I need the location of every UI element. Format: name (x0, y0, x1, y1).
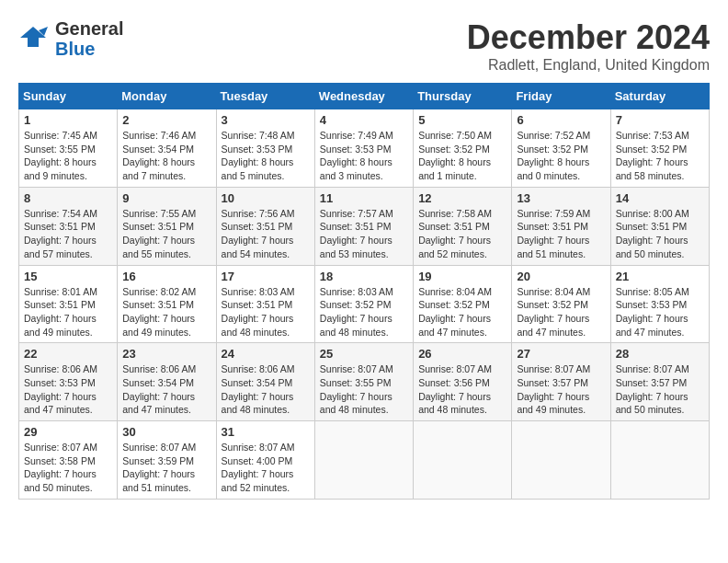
calendar-cell: 20Sunrise: 8:04 AM Sunset: 3:52 PM Dayli… (512, 265, 610, 343)
calendar-cell: 10Sunrise: 7:56 AM Sunset: 3:51 PM Dayli… (216, 187, 314, 265)
day-info: Sunrise: 8:07 AM Sunset: 3:56 PM Dayligh… (418, 362, 506, 417)
title-area: December 2024 Radlett, England, United K… (467, 18, 710, 74)
week-row-5: 29Sunrise: 8:07 AM Sunset: 3:58 PM Dayli… (19, 421, 710, 500)
day-number: 26 (418, 347, 506, 361)
day-info: Sunrise: 8:07 AM Sunset: 3:59 PM Dayligh… (122, 441, 210, 495)
calendar-cell: 13Sunrise: 7:59 AM Sunset: 3:51 PM Dayli… (512, 187, 610, 265)
logo-icon (18, 25, 48, 49)
day-info: Sunrise: 8:05 AM Sunset: 3:53 PM Dayligh… (616, 285, 704, 339)
calendar-cell: 15Sunrise: 8:01 AM Sunset: 3:51 PM Dayli… (19, 265, 118, 343)
day-info: Sunrise: 8:07 AM Sunset: 3:57 PM Dayligh… (616, 362, 704, 417)
day-info: Sunrise: 7:59 AM Sunset: 3:51 PM Dayligh… (517, 207, 605, 261)
column-header-thursday: Thursday (414, 84, 512, 109)
day-info: Sunrise: 7:50 AM Sunset: 3:52 PM Dayligh… (418, 129, 506, 183)
calendar-cell: 4Sunrise: 7:49 AM Sunset: 3:53 PM Daylig… (314, 109, 413, 188)
calendar-cell: 21Sunrise: 8:05 AM Sunset: 3:53 PM Dayli… (610, 265, 709, 343)
day-number: 15 (24, 270, 112, 283)
day-info: Sunrise: 8:06 AM Sunset: 3:54 PM Dayligh… (122, 362, 210, 417)
calendar-cell: 16Sunrise: 8:02 AM Sunset: 3:51 PM Dayli… (118, 265, 216, 343)
day-number: 10 (222, 191, 310, 205)
day-info: Sunrise: 7:58 AM Sunset: 3:51 PM Dayligh… (418, 207, 506, 261)
column-header-friday: Friday (512, 84, 610, 109)
day-number: 18 (320, 270, 408, 283)
week-row-4: 22Sunrise: 8:06 AM Sunset: 3:53 PM Dayli… (19, 343, 710, 421)
calendar-cell: 12Sunrise: 7:58 AM Sunset: 3:51 PM Dayli… (414, 187, 512, 265)
calendar-cell: 19Sunrise: 8:04 AM Sunset: 3:52 PM Dayli… (414, 265, 512, 343)
day-info: Sunrise: 8:04 AM Sunset: 3:52 PM Dayligh… (517, 285, 605, 339)
day-number: 3 (222, 113, 310, 127)
calendar-cell: 23Sunrise: 8:06 AM Sunset: 3:54 PM Dayli… (118, 343, 216, 421)
day-info: Sunrise: 8:03 AM Sunset: 3:52 PM Dayligh… (320, 285, 408, 339)
day-number: 31 (222, 425, 310, 439)
day-number: 21 (616, 270, 704, 283)
day-number: 16 (122, 270, 210, 283)
day-info: Sunrise: 8:07 AM Sunset: 3:58 PM Dayligh… (24, 441, 112, 495)
day-info: Sunrise: 7:45 AM Sunset: 3:55 PM Dayligh… (24, 129, 112, 183)
calendar-cell: 7Sunrise: 7:53 AM Sunset: 3:52 PM Daylig… (610, 109, 709, 188)
calendar-cell: 8Sunrise: 7:54 AM Sunset: 3:51 PM Daylig… (19, 187, 118, 265)
day-info: Sunrise: 8:06 AM Sunset: 3:53 PM Dayligh… (24, 362, 112, 417)
calendar-cell: 5Sunrise: 7:50 AM Sunset: 3:52 PM Daylig… (414, 109, 512, 188)
week-row-3: 15Sunrise: 8:01 AM Sunset: 3:51 PM Dayli… (19, 265, 710, 343)
day-number: 6 (517, 113, 605, 127)
day-number: 7 (616, 113, 704, 127)
location-subtitle: Radlett, England, United Kingdom (467, 57, 710, 74)
calendar-cell: 29Sunrise: 8:07 AM Sunset: 3:58 PM Dayli… (19, 421, 118, 500)
week-row-2: 8Sunrise: 7:54 AM Sunset: 3:51 PM Daylig… (19, 187, 710, 265)
calendar-cell: 25Sunrise: 8:07 AM Sunset: 3:55 PM Dayli… (314, 343, 413, 421)
column-header-monday: Monday (118, 84, 216, 109)
day-info: Sunrise: 7:49 AM Sunset: 3:53 PM Dayligh… (320, 129, 408, 183)
day-info: Sunrise: 8:01 AM Sunset: 3:51 PM Dayligh… (24, 285, 112, 339)
calendar-cell: 18Sunrise: 8:03 AM Sunset: 3:52 PM Dayli… (314, 265, 413, 343)
calendar-cell: 14Sunrise: 8:00 AM Sunset: 3:51 PM Dayli… (610, 187, 709, 265)
day-number: 12 (418, 191, 506, 205)
day-number: 14 (616, 191, 704, 205)
day-number: 30 (122, 425, 210, 439)
day-number: 2 (122, 113, 210, 127)
logo-blue: Blue (55, 39, 123, 59)
calendar-cell (314, 421, 413, 500)
day-number: 22 (24, 347, 112, 361)
day-number: 13 (517, 191, 605, 205)
day-number: 27 (517, 347, 605, 361)
calendar-cell (610, 421, 709, 500)
calendar-cell (512, 421, 610, 500)
day-number: 24 (222, 347, 310, 361)
day-info: Sunrise: 7:53 AM Sunset: 3:52 PM Dayligh… (616, 129, 704, 183)
calendar-cell: 31Sunrise: 8:07 AM Sunset: 4:00 PM Dayli… (216, 421, 314, 500)
day-number: 19 (418, 270, 506, 283)
calendar-table: SundayMondayTuesdayWednesdayThursdayFrid… (18, 83, 710, 500)
column-header-tuesday: Tuesday (216, 84, 314, 109)
day-info: Sunrise: 8:04 AM Sunset: 3:52 PM Dayligh… (418, 285, 506, 339)
day-number: 4 (320, 113, 408, 127)
day-number: 11 (320, 191, 408, 205)
calendar-cell: 26Sunrise: 8:07 AM Sunset: 3:56 PM Dayli… (414, 343, 512, 421)
calendar-cell: 11Sunrise: 7:57 AM Sunset: 3:51 PM Dayli… (314, 187, 413, 265)
day-number: 1 (24, 113, 112, 127)
day-number: 29 (24, 425, 112, 439)
header: General Blue December 2024 Radlett, Engl… (18, 18, 710, 74)
day-info: Sunrise: 8:02 AM Sunset: 3:51 PM Dayligh… (122, 285, 210, 339)
day-info: Sunrise: 7:57 AM Sunset: 3:51 PM Dayligh… (320, 207, 408, 261)
calendar-cell: 17Sunrise: 8:03 AM Sunset: 3:51 PM Dayli… (216, 265, 314, 343)
day-info: Sunrise: 7:46 AM Sunset: 3:54 PM Dayligh… (122, 129, 210, 183)
month-title: December 2024 (467, 18, 710, 57)
column-header-wednesday: Wednesday (314, 84, 413, 109)
calendar-cell: 27Sunrise: 8:07 AM Sunset: 3:57 PM Dayli… (512, 343, 610, 421)
calendar-cell: 3Sunrise: 7:48 AM Sunset: 3:53 PM Daylig… (216, 109, 314, 188)
calendar-cell: 28Sunrise: 8:07 AM Sunset: 3:57 PM Dayli… (610, 343, 709, 421)
day-info: Sunrise: 8:07 AM Sunset: 3:57 PM Dayligh… (517, 362, 605, 417)
calendar-header-row: SundayMondayTuesdayWednesdayThursdayFrid… (19, 84, 710, 109)
day-info: Sunrise: 7:54 AM Sunset: 3:51 PM Dayligh… (24, 207, 112, 261)
logo: General Blue (18, 18, 123, 59)
calendar-cell: 24Sunrise: 8:06 AM Sunset: 3:54 PM Dayli… (216, 343, 314, 421)
day-info: Sunrise: 8:07 AM Sunset: 4:00 PM Dayligh… (222, 441, 310, 495)
day-info: Sunrise: 8:06 AM Sunset: 3:54 PM Dayligh… (222, 362, 310, 417)
day-info: Sunrise: 8:07 AM Sunset: 3:55 PM Dayligh… (320, 362, 408, 417)
calendar-cell (414, 421, 512, 500)
day-info: Sunrise: 8:03 AM Sunset: 3:51 PM Dayligh… (222, 285, 310, 339)
calendar-cell: 22Sunrise: 8:06 AM Sunset: 3:53 PM Dayli… (19, 343, 118, 421)
day-number: 20 (517, 270, 605, 283)
calendar-cell: 6Sunrise: 7:52 AM Sunset: 3:52 PM Daylig… (512, 109, 610, 188)
day-number: 8 (24, 191, 112, 205)
